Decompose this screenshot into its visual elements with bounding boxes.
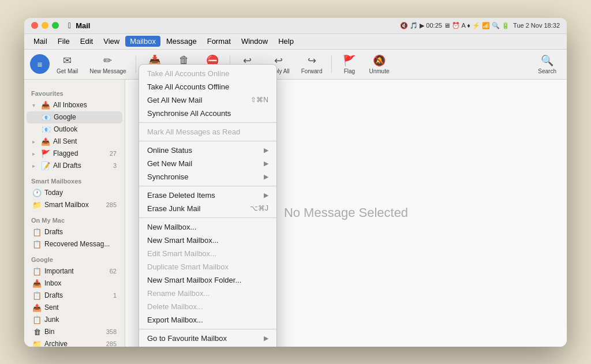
filter-icon: ≡	[38, 59, 43, 69]
menu-edit[interactable]: Edit	[76, 36, 98, 47]
sidebar-item-outlook[interactable]: 📧 Outlook	[27, 123, 122, 136]
menu-mail[interactable]: Mail	[29, 36, 52, 47]
sidebar-item-recovered[interactable]: 📋 Recovered Messag...	[27, 238, 122, 250]
separator-5	[139, 329, 276, 329]
chevron-down-icon: ▾	[32, 102, 38, 108]
sent-icon: 📤	[41, 137, 50, 146]
traffic-lights	[31, 22, 59, 29]
chevron-right-icon: ▸	[32, 138, 38, 145]
system-bar-right: 🔇 🎵 ▶ 00:25 🖥 ⏰ A ♦ ⚡ 📶 🔍 🔋 Tue 2 Nov 18…	[400, 22, 560, 29]
sidebar-item-today[interactable]: 🕐 Today	[27, 187, 122, 199]
menu-file[interactable]: File	[53, 36, 74, 47]
menu-take-all-online[interactable]: Take All Accounts Online	[139, 67, 276, 80]
menu-format[interactable]: Format	[203, 36, 235, 47]
forward-button[interactable]: ↪ Forward	[297, 52, 327, 77]
menu-new-mailbox[interactable]: New Mailbox...	[139, 220, 276, 234]
toolbar-sep-3	[331, 55, 332, 73]
sidebar-item-important[interactable]: 📋 Important 62	[27, 265, 122, 277]
separator-1	[139, 122, 276, 123]
separator-2	[139, 141, 276, 141]
separator-3	[139, 186, 276, 186]
mailbox-dropdown-menu: Take All Accounts Online Take All Accoun…	[139, 64, 277, 347]
menu-online-status[interactable]: Online Status ▶	[139, 144, 276, 157]
smart-mailboxes-header: Smart Mailboxes	[24, 172, 125, 187]
toolbar-sep-1	[136, 55, 136, 73]
chevron-right-icon2: ▸	[32, 151, 38, 157]
sidebar-item-bin[interactable]: 🗑 Bin 358	[27, 326, 122, 338]
menu-export-mailbox[interactable]: Export Mailbox...	[139, 313, 276, 327]
google-drafts-icon: 📋	[32, 291, 42, 300]
new-message-button[interactable]: ✏ New Message	[85, 52, 130, 77]
flag-icon: 🚩	[343, 54, 356, 67]
datetime: Tue 2 Nov 18:32	[513, 22, 560, 29]
google-section-header: Google	[24, 250, 125, 265]
inbox-icon: 📥	[41, 101, 50, 110]
drafts-icon: 📝	[41, 162, 50, 170]
menu-edit-smart-mailbox[interactable]: Edit Smart Mailbox...	[139, 247, 276, 260]
get-mail-icon: ✉	[63, 54, 72, 67]
sidebar-item-sent[interactable]: 📤 Sent	[27, 302, 122, 314]
menu-message[interactable]: Message	[162, 36, 201, 47]
inbox2-icon: 📥	[32, 279, 42, 288]
minimize-button[interactable]	[42, 22, 48, 29]
separator-4	[139, 217, 276, 218]
sidebar-item-all-sent[interactable]: ▸ 📤 All Sent	[27, 136, 122, 148]
get-mail-button[interactable]: ✉ Get Mail	[52, 52, 83, 77]
maximize-button[interactable]	[52, 22, 59, 29]
unmute-button[interactable]: 🔕 Unmute	[364, 52, 394, 77]
menu-synchronise[interactable]: Synchronise ▶	[139, 170, 276, 183]
important-icon: 📋	[32, 267, 42, 276]
search-button[interactable]: 🔍 Search	[533, 52, 561, 77]
compose-icon: ✏	[103, 54, 112, 67]
flag-button[interactable]: 🚩 Flag	[336, 52, 362, 77]
on-my-mac-header: On My Mac	[24, 211, 125, 226]
smart-mailbox-icon: 📁	[32, 201, 42, 209]
app-name: Mail	[76, 21, 90, 30]
mac-drafts-icon: 📋	[32, 228, 42, 237]
google-sent-icon: 📤	[32, 303, 42, 312]
sidebar-item-google[interactable]: 📧 Google	[27, 111, 122, 123]
sidebar-item-all-drafts[interactable]: ▸ 📝 All Drafts 3	[27, 160, 122, 172]
menu-help[interactable]: Help	[274, 36, 298, 47]
sidebar-item-smart-mailbox[interactable]: 📁 Smart Mailbox 285	[27, 199, 122, 211]
search-icon: 🔍	[541, 54, 553, 67]
today-icon: 🕐	[32, 189, 42, 197]
sidebar-item-junk[interactable]: 📋 Junk	[27, 314, 122, 326]
favourites-header: Favourites	[24, 84, 125, 99]
status-icons: 🔇 🎵 ▶ 00:25 🖥 ⏰ A ♦ ⚡ 📶 🔍 🔋	[400, 22, 510, 29]
filter-button[interactable]: ≡	[30, 54, 50, 74]
menu-bar: Mail File Edit View Mailbox Message Form…	[24, 34, 567, 49]
menu-new-smart-mailbox-folder[interactable]: New Smart Mailbox Folder...	[139, 273, 276, 287]
sidebar-item-all-inboxes[interactable]: ▾ 📥 All Inboxes	[27, 99, 122, 111]
bin-icon: 🗑	[32, 328, 42, 336]
sidebar-item-google-drafts[interactable]: 📋 Drafts 1	[27, 290, 122, 302]
menu-get-all-new-mail[interactable]: Get All New Mail ⇧⌘N	[139, 93, 276, 107]
no-message-label: No Message Selected	[284, 205, 408, 220]
menu-new-smart-mailbox[interactable]: New Smart Mailbox...	[139, 234, 276, 247]
chevron-right-icon3: ▸	[32, 163, 38, 169]
menu-erase-deleted[interactable]: Erase Deleted Items ▶	[139, 189, 276, 202]
menu-rename-mailbox[interactable]: Rename Mailbox...	[139, 287, 276, 300]
menu-delete-mailbox[interactable]: Delete Mailbox...	[139, 300, 276, 313]
menu-mailbox[interactable]: Mailbox	[125, 36, 160, 47]
mail-window:  Mail 🔇 🎵 ▶ 00:25 🖥 ⏰ A ♦ ⚡ 📶 🔍 🔋 Tue 2…	[24, 18, 567, 347]
menu-take-all-offline[interactable]: Take All Accounts Offline	[139, 80, 276, 93]
sidebar-item-flagged[interactable]: ▸ 🚩 Flagged 27	[27, 148, 122, 160]
sidebar-item-drafts[interactable]: 📋 Drafts	[27, 226, 122, 238]
sidebar-item-inbox[interactable]: 📥 Inbox	[27, 277, 122, 290]
menu-get-new-mail[interactable]: Get New Mail ▶	[139, 157, 276, 170]
title-bar:  Mail 🔇 🎵 ▶ 00:25 🖥 ⏰ A ♦ ⚡ 📶 🔍 🔋 Tue 2…	[24, 18, 567, 50]
close-button[interactable]	[31, 22, 38, 29]
menu-move-to-favourite[interactable]: Move to Favourite Mailbox ▶	[139, 345, 276, 347]
menu-view[interactable]: View	[99, 36, 124, 47]
menu-go-to-favourite[interactable]: Go to Favourite Mailbox ▶	[139, 332, 276, 345]
menu-window[interactable]: Window	[237, 36, 272, 47]
menu-duplicate-smart-mailbox[interactable]: Duplicate Smart Mailbox	[139, 260, 276, 273]
menu-synchronise-all[interactable]: Synchronise All Accounts	[139, 107, 276, 120]
menu-mark-all-read[interactable]: Mark All Messages as Read	[139, 125, 276, 138]
google-inbox-icon: 📧	[42, 113, 51, 122]
sidebar-item-archive[interactable]: 📁 Archive 285	[27, 338, 122, 347]
menu-erase-junk[interactable]: Erase Junk Mail ⌥⌘J	[139, 202, 276, 215]
system-bar:  Mail 🔇 🎵 ▶ 00:25 🖥 ⏰ A ♦ ⚡ 📶 🔍 🔋 Tue 2…	[24, 18, 567, 34]
forward-icon: ↪	[308, 54, 316, 67]
